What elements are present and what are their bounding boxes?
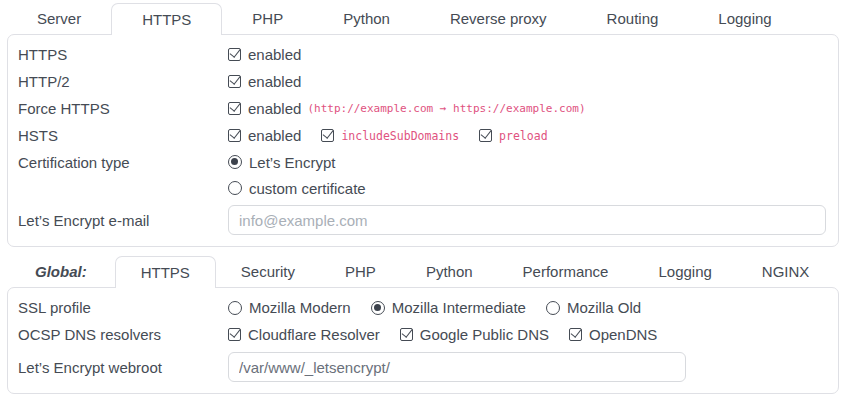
radio-unselected-icon [546,301,560,315]
http2-enabled-label: enabled [248,73,301,90]
global-https-panel: SSL profile Mozilla Modern Mozilla Inter… [7,287,839,394]
global-tab-python-label: Python [426,263,473,280]
cert-type-custom-radio[interactable]: custom certificate [228,180,366,197]
ocsp-opendns-label: OpenDNS [589,326,657,343]
checkbox-checked-icon [228,129,241,142]
http2-row: HTTP/2 enabled [18,68,826,95]
global-tab-performance[interactable]: Performance [498,256,634,287]
hsts-preload-label: preload [499,129,547,143]
spacer [7,247,839,256]
ssl-profile-mozilla-old-radio[interactable]: Mozilla Old [546,299,641,316]
ocsp-google-label: Google Public DNS [420,326,549,343]
tab-reverse-proxy-label: Reverse proxy [450,10,547,27]
cert-type-label: Certification type [18,154,228,171]
hsts-enabled-label: enabled [248,127,301,144]
global-tab-https-label: HTTPS [141,264,190,281]
lets-encrypt-webroot-input[interactable] [228,352,686,382]
tab-reverse-proxy[interactable]: Reverse proxy [420,3,577,34]
hsts-include-subdomains-label: includeSubDomains [341,129,459,143]
checkbox-checked-icon [228,48,241,61]
ssl-profile-mozilla-modern-radio[interactable]: Mozilla Modern [228,299,351,316]
global-tab-nginx[interactable]: NGINX [737,256,835,287]
global-tab-php-label: PHP [345,263,376,280]
checkbox-checked-icon [479,129,492,142]
tab-php-label: PHP [252,10,283,27]
ssl-profile-mozilla-modern-label: Mozilla Modern [249,299,351,316]
global-tabbar-prefix: Global: [7,256,115,287]
checkbox-checked-icon [228,102,241,115]
force-https-redirect-note: (http://example.com → https://example.co… [307,102,585,115]
global-tab-security-label: Security [241,263,295,280]
http2-enabled-checkbox[interactable]: enabled [228,73,301,90]
hsts-enabled-checkbox[interactable]: enabled [228,127,301,144]
ssl-profile-label: SSL profile [18,299,228,316]
tab-routing[interactable]: Routing [577,3,689,34]
https-row: HTTPS enabled [18,41,826,68]
ocsp-cloudflare-label: Cloudflare Resolver [248,326,380,343]
lets-encrypt-email-row: Let’s Encrypt e-mail [18,201,826,239]
cert-type-lets-encrypt-radio[interactable]: Let’s Encrypt [228,154,335,171]
tab-php[interactable]: PHP [222,3,313,34]
tab-logging[interactable]: Logging [688,3,801,34]
tab-https[interactable]: HTTPS [111,3,222,35]
https-enabled-checkbox[interactable]: enabled [228,46,301,63]
settings-page: Server HTTPS PHP Python Reverse proxy Ro… [0,0,846,394]
global-tab-security[interactable]: Security [216,256,320,287]
hsts-row: HSTS enabled includeSubDomains preload [18,122,826,149]
ssl-profile-mozilla-old-label: Mozilla Old [567,299,641,316]
https-label: HTTPS [18,46,228,63]
hsts-preload-checkbox[interactable]: preload [479,129,547,143]
radio-selected-icon [228,155,242,169]
global-tab-php[interactable]: PHP [320,256,401,287]
checkbox-checked-icon [228,328,241,341]
force-https-enabled-label: enabled [248,100,301,117]
site-tabbar: Server HTTPS PHP Python Reverse proxy Ro… [7,3,839,34]
tab-server-label: Server [37,10,81,27]
tab-https-label: HTTPS [142,11,191,28]
cert-type-custom-label: custom certificate [249,180,366,197]
global-tabbar: Global: HTTPS Security PHP Python Perfor… [7,256,839,287]
global-tab-nginx-label: NGINX [762,263,810,280]
https-settings-panel: HTTPS enabled HTTP/2 enabled Force HTTPS [7,34,839,247]
cert-type-lets-encrypt-label: Let’s Encrypt [249,154,335,171]
tab-python-label: Python [343,10,390,27]
global-tab-logging[interactable]: Logging [633,256,736,287]
cert-type-custom-row: custom certificate [18,175,826,201]
radio-unselected-icon [228,301,242,315]
checkbox-checked-icon [228,75,241,88]
hsts-include-subdomains-checkbox[interactable]: includeSubDomains [321,129,459,143]
lets-encrypt-email-input[interactable] [228,205,826,235]
https-enabled-label: enabled [248,46,301,63]
checkbox-checked-icon [400,328,413,341]
global-tab-logging-label: Logging [658,263,711,280]
global-tab-python[interactable]: Python [401,256,498,287]
force-https-row: Force HTTPS enabled (http://example.com … [18,95,826,122]
global-tab-https[interactable]: HTTPS [115,256,216,288]
ocsp-cloudflare-checkbox[interactable]: Cloudflare Resolver [228,326,380,343]
cert-type-row: Certification type Let’s Encrypt [18,149,826,175]
global-tab-tools: Tools [834,256,846,287]
radio-selected-icon [371,301,385,315]
ocsp-google-checkbox[interactable]: Google Public DNS [400,326,549,343]
force-https-enabled-checkbox[interactable]: enabled [228,100,301,117]
tab-logging-label: Logging [718,10,771,27]
lets-encrypt-webroot-row: Let’s Encrypt webroot [18,348,826,386]
ocsp-resolvers-row: OCSP DNS resolvers Cloudflare Resolver G… [18,321,826,348]
ocsp-opendns-checkbox[interactable]: OpenDNS [569,326,657,343]
ssl-profile-mozilla-intermediate-label: Mozilla Intermediate [392,299,526,316]
radio-unselected-icon [228,181,242,195]
ssl-profile-mozilla-intermediate-radio[interactable]: Mozilla Intermediate [371,299,526,316]
tab-routing-label: Routing [607,10,659,27]
hsts-label: HSTS [18,127,228,144]
global-tab-performance-label: Performance [523,263,609,280]
force-https-label: Force HTTPS [18,100,228,117]
ssl-profile-row: SSL profile Mozilla Modern Mozilla Inter… [18,294,826,321]
lets-encrypt-webroot-label: Let’s Encrypt webroot [18,359,228,376]
lets-encrypt-email-label: Let’s Encrypt e-mail [18,212,228,229]
tab-server[interactable]: Server [7,3,111,34]
http2-label: HTTP/2 [18,73,228,90]
checkbox-checked-icon [569,328,582,341]
tab-python[interactable]: Python [313,3,420,34]
ocsp-resolvers-label: OCSP DNS resolvers [18,326,228,343]
checkbox-checked-icon [321,129,334,142]
